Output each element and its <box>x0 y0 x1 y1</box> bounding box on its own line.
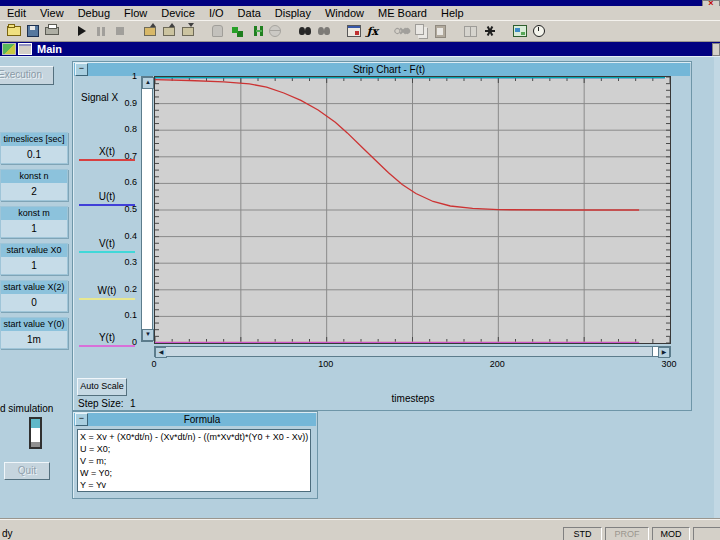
properties-button[interactable] <box>344 22 363 40</box>
series-xt <box>155 80 639 210</box>
export-image-button[interactable] <box>510 22 529 40</box>
status-text: dy <box>2 528 13 539</box>
timer-button[interactable] <box>529 22 548 40</box>
x-tick-label: 300 <box>661 359 676 369</box>
print-button[interactable] <box>42 22 61 40</box>
formula-window: − Formula X = Xv + (X0*dt/n) - (Xv*dt/n)… <box>72 411 318 499</box>
workspace: Execution timeslices [sec]0.1konst n2kon… <box>0 56 720 518</box>
param-box: start value X(2)0 <box>0 280 68 312</box>
param-value[interactable]: 1 <box>1 220 67 237</box>
vertical-scrollbar[interactable]: ▲ ▼ <box>141 76 153 342</box>
menu-item-display[interactable]: Display <box>268 7 318 19</box>
x-tick-label: 200 <box>490 359 505 369</box>
quit-button[interactable]: Quit <box>4 462 50 480</box>
main-window-titlebar[interactable]: Main <box>0 42 720 56</box>
minimize-icon[interactable]: − <box>75 63 88 76</box>
param-value[interactable]: 1m <box>1 331 67 348</box>
menu-item-view[interactable]: View <box>33 7 71 19</box>
formula-line: X = Xv + (X0*dt/n) - (Xv*dt/n) - ((m*Xv*… <box>80 431 308 443</box>
scroll-right-icon[interactable]: ▶ <box>658 347 670 358</box>
step-size-row: Step Size: 1 <box>78 398 124 409</box>
menu-item-edit[interactable]: Edit <box>0 7 33 19</box>
box-in-icon <box>182 27 194 36</box>
cut-button <box>393 22 412 40</box>
x-tick-label: 0 <box>151 359 156 369</box>
pause-icon <box>97 27 105 36</box>
copy-button <box>412 22 431 40</box>
save-button[interactable] <box>23 22 42 40</box>
param-value[interactable]: 1 <box>1 257 67 274</box>
menu-item-window[interactable]: Window <box>318 7 371 19</box>
run-button[interactable] <box>72 22 91 40</box>
play-icon <box>78 26 86 36</box>
module-load-button[interactable] <box>159 22 178 40</box>
find-button[interactable] <box>295 22 314 40</box>
breakpoint-button[interactable] <box>480 22 499 40</box>
formula-button[interactable] <box>363 22 382 40</box>
cut-icon <box>399 27 406 34</box>
param-box: start value Y(0)1m <box>0 317 68 349</box>
clock-icon <box>533 25 545 37</box>
auto-scale-button[interactable]: Auto Scale <box>77 378 127 396</box>
scroll-down-icon[interactable]: ▼ <box>142 329 154 341</box>
param-box: konst m1 <box>0 206 68 238</box>
y-axis-tick-labels: 10.90.80.70.60.50.40.30.20.10 <box>101 76 139 342</box>
connect-button[interactable] <box>246 22 265 40</box>
copy-blocks-button[interactable] <box>227 22 246 40</box>
status-box-mod: MOD <box>652 527 690 540</box>
menu-item-debug[interactable]: Debug <box>71 7 117 19</box>
status-bar: dy STDPROFMOD <box>0 518 720 540</box>
tile-icon <box>464 26 477 37</box>
param-label: timeslices [sec] <box>1 133 67 146</box>
horizontal-scrollbar[interactable]: ◀ ▶ <box>154 346 671 357</box>
simulation-switch[interactable] <box>29 417 42 449</box>
toolbar-group <box>510 22 548 40</box>
formula-titlebar[interactable]: − Formula <box>74 413 316 426</box>
status-box-prof: PROF <box>605 527 649 540</box>
y-tick-label: 0.5 <box>124 204 137 214</box>
menu-item-data[interactable]: Data <box>231 7 268 19</box>
find-next-button <box>314 22 333 40</box>
copy-icon <box>415 24 424 35</box>
minimize-icon[interactable]: − <box>75 413 88 426</box>
toolbar-group <box>461 22 499 40</box>
formula-line: U = X0; <box>80 443 308 455</box>
formula-line: Y = Yv <box>80 479 308 491</box>
globe-icon <box>269 25 281 37</box>
param-box: start value X01 <box>0 243 68 275</box>
menu-item-me-board[interactable]: ME Board <box>371 7 434 19</box>
y-tick-label: 0 <box>132 337 137 347</box>
execution-button[interactable]: Execution <box>0 66 54 85</box>
x-axis-tick-labels: 0100200300 <box>154 359 669 369</box>
formula-text-area[interactable]: X = Xv + (X0*dt/n) - (Xv*dt/n) - ((m*Xv*… <box>77 429 311 492</box>
status-box-partial <box>693 527 720 540</box>
param-label: start value X0 <box>1 244 67 257</box>
module-new-button[interactable] <box>140 22 159 40</box>
y-tick-label: 0.6 <box>124 177 137 187</box>
toolbar-group <box>393 22 450 40</box>
param-value[interactable]: 2 <box>1 183 67 200</box>
binoculars-icon <box>318 27 324 35</box>
param-value[interactable]: 0.1 <box>1 146 67 163</box>
step-size-value: 1 <box>130 398 136 409</box>
param-label: start value Y(0) <box>1 318 67 331</box>
step-size-label: Step Size: <box>78 398 124 409</box>
y-tick-label: 0.4 <box>124 231 137 241</box>
menu-item-i-o[interactable]: I/O <box>202 7 231 19</box>
param-value[interactable]: 0 <box>1 294 67 311</box>
strip-chart-titlebar[interactable]: − Strip Chart - F(t) <box>74 63 690 76</box>
blocks-icon <box>232 27 238 33</box>
menu-item-device[interactable]: Device <box>154 7 202 19</box>
toolbar-group <box>72 22 129 40</box>
image-icon <box>513 25 527 37</box>
open-button[interactable] <box>4 22 23 40</box>
menu-item-flow[interactable]: Flow <box>117 7 154 19</box>
scroll-up-icon[interactable]: ▲ <box>142 77 154 89</box>
y-tick-label: 0.8 <box>124 124 137 134</box>
titlebar-button-fragment[interactable] <box>712 43 720 56</box>
scrollbar-thumb[interactable] <box>166 347 653 356</box>
module-save-button[interactable] <box>178 22 197 40</box>
pan-hand-button <box>208 22 227 40</box>
globe-button <box>265 22 284 40</box>
menu-item-help[interactable]: Help <box>434 7 471 19</box>
